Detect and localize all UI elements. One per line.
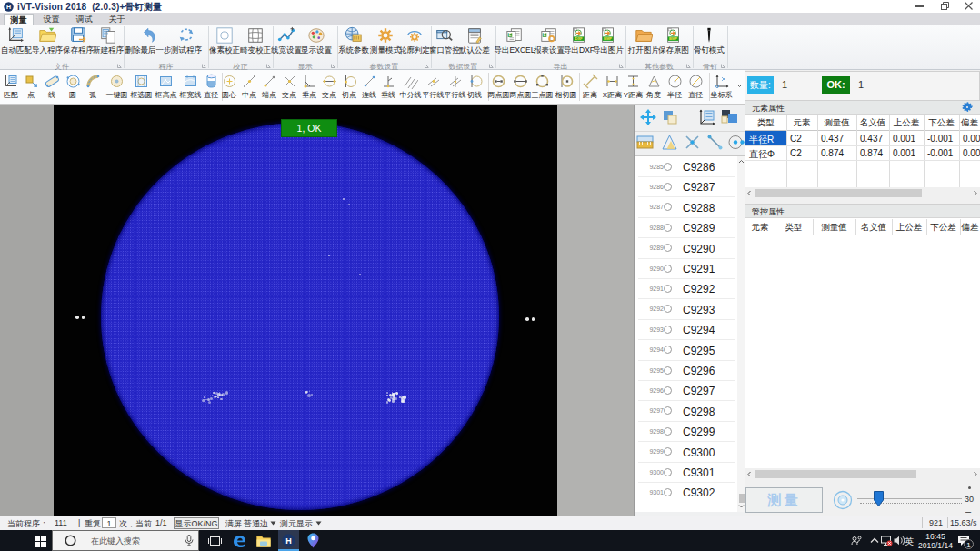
svg-text:E: E	[543, 33, 545, 37]
svg-text:H: H	[6, 4, 11, 10]
svg-text:H: H	[285, 536, 292, 546]
svg-text:1: 1	[966, 541, 971, 549]
svg-text:BMP: BMP	[604, 36, 612, 41]
svg-text:E: E	[508, 33, 511, 37]
svg-text:DXF: DXF	[575, 36, 583, 41]
svg-text:BMP: BMP	[669, 36, 677, 41]
